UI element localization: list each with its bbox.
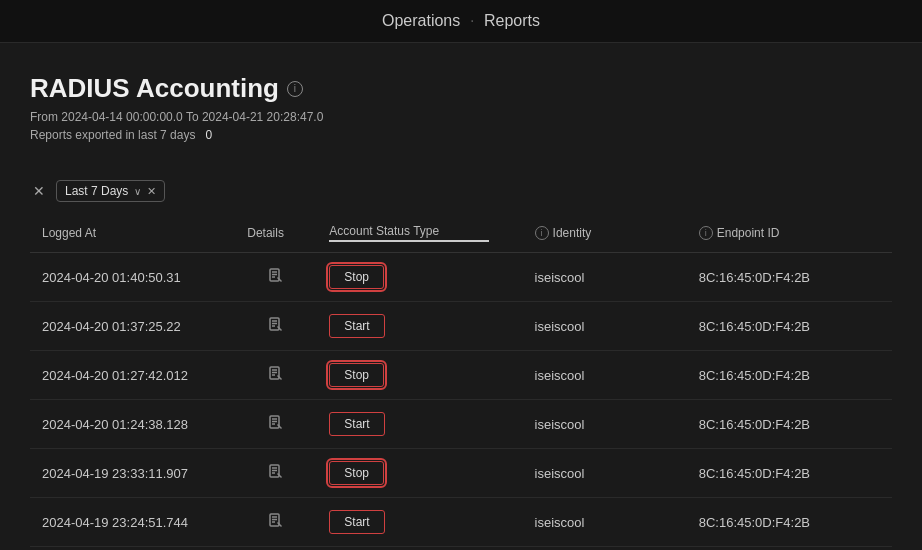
table-row: 2024-04-19 23:24:51.744 Startiseiscool8C…	[30, 498, 892, 547]
status-badge: Start	[329, 510, 384, 534]
cell-identity[interactable]: iseiscool	[523, 449, 687, 498]
cell-account-status-type: Start	[317, 498, 522, 547]
data-table: Logged At Details Account Status Type	[30, 214, 892, 547]
cell-details[interactable]	[235, 498, 317, 547]
top-navigation: Operations · Reports	[0, 0, 922, 43]
filter-tag[interactable]: Last 7 Days ∨ ✕	[56, 180, 165, 202]
cell-account-status-type: Stop	[317, 449, 522, 498]
cell-logged-at: 2024-04-20 01:37:25.22	[30, 302, 235, 351]
cell-endpoint-id[interactable]: 8C:16:45:0D:F4:2B	[687, 351, 892, 400]
cell-endpoint-id[interactable]: 8C:16:45:0D:F4:2B	[687, 400, 892, 449]
filter-tag-label: Last 7 Days	[65, 184, 128, 198]
date-range: From 2024-04-14 00:00:00.0 To 2024-04-21…	[30, 110, 892, 124]
table-section: ✕ Last 7 Days ∨ ✕ Logged At Details	[0, 162, 922, 547]
cell-details[interactable]	[235, 400, 317, 449]
cell-details[interactable]	[235, 302, 317, 351]
cell-identity[interactable]: iseiscool	[523, 302, 687, 351]
col-header-logged-at: Logged At	[30, 214, 235, 253]
cell-account-status-type: Stop	[317, 253, 522, 302]
cell-account-status-type: Start	[317, 302, 522, 351]
cell-details[interactable]	[235, 449, 317, 498]
cell-logged-at: 2024-04-20 01:40:50.31	[30, 253, 235, 302]
cell-logged-at: 2024-04-19 23:24:51.744	[30, 498, 235, 547]
cell-identity[interactable]: iseiscool	[523, 498, 687, 547]
filter-row: ✕ Last 7 Days ∨ ✕	[30, 172, 892, 214]
page-header: RADIUS Accounting i From 2024-04-14 00:0…	[0, 43, 922, 162]
exports-info: Reports exported in last 7 days 0	[30, 128, 892, 142]
table-row: 2024-04-20 01:37:25.22 Startiseiscool8C:…	[30, 302, 892, 351]
cell-identity[interactable]: iseiscool	[523, 400, 687, 449]
endpoint-info-icon[interactable]: i	[699, 226, 713, 240]
filter-chevron-icon: ∨	[134, 186, 141, 197]
cell-identity[interactable]: iseiscool	[523, 253, 687, 302]
filter-clear-button[interactable]: ✕	[30, 182, 48, 200]
details-icon[interactable]	[268, 513, 284, 529]
nav-separator: ·	[470, 12, 474, 29]
page-title: RADIUS Accounting	[30, 73, 279, 104]
cell-account-status-type: Start	[317, 400, 522, 449]
table-row: 2024-04-20 01:40:50.31 Stopiseiscool8C:1…	[30, 253, 892, 302]
col-header-details: Details	[235, 214, 317, 253]
nav-reports[interactable]: Reports	[484, 12, 540, 29]
status-badge: Stop	[329, 265, 384, 289]
cell-logged-at: 2024-04-20 01:24:38.128	[30, 400, 235, 449]
exports-label: Reports exported in last 7 days	[30, 128, 195, 142]
status-badge: Start	[329, 314, 384, 338]
cell-endpoint-id[interactable]: 8C:16:45:0D:F4:2B	[687, 302, 892, 351]
identity-info-icon[interactable]: i	[535, 226, 549, 240]
cell-logged-at: 2024-04-19 23:33:11.907	[30, 449, 235, 498]
col-header-endpoint-id: i Endpoint ID	[687, 214, 892, 253]
cell-details[interactable]	[235, 253, 317, 302]
cell-endpoint-id[interactable]: 8C:16:45:0D:F4:2B	[687, 449, 892, 498]
cell-account-status-type: Stop	[317, 351, 522, 400]
status-badge: Start	[329, 412, 384, 436]
col-header-account-status-type: Account Status Type	[317, 214, 522, 253]
cell-identity[interactable]: iseiscool	[523, 351, 687, 400]
details-icon[interactable]	[268, 464, 284, 480]
nav-operations[interactable]: Operations	[382, 12, 460, 29]
status-badge: Stop	[329, 363, 384, 387]
title-info-icon[interactable]: i	[287, 81, 303, 97]
details-icon[interactable]	[268, 366, 284, 382]
cell-logged-at: 2024-04-20 01:27:42.012	[30, 351, 235, 400]
table-row: 2024-04-20 01:24:38.128 Startiseiscool8C…	[30, 400, 892, 449]
cell-details[interactable]	[235, 351, 317, 400]
details-icon[interactable]	[268, 317, 284, 333]
table-header-row: Logged At Details Account Status Type	[30, 214, 892, 253]
details-icon[interactable]	[268, 415, 284, 431]
table-row: 2024-04-19 23:33:11.907 Stopiseiscool8C:…	[30, 449, 892, 498]
status-badge: Stop	[329, 461, 384, 485]
table-row: 2024-04-20 01:27:42.012 Stopiseiscool8C:…	[30, 351, 892, 400]
cell-endpoint-id[interactable]: 8C:16:45:0D:F4:2B	[687, 253, 892, 302]
col-header-identity: i Identity	[523, 214, 687, 253]
exports-count: 0	[205, 128, 212, 142]
details-icon[interactable]	[268, 268, 284, 284]
cell-endpoint-id[interactable]: 8C:16:45:0D:F4:2B	[687, 498, 892, 547]
filter-tag-close-icon[interactable]: ✕	[147, 185, 156, 198]
